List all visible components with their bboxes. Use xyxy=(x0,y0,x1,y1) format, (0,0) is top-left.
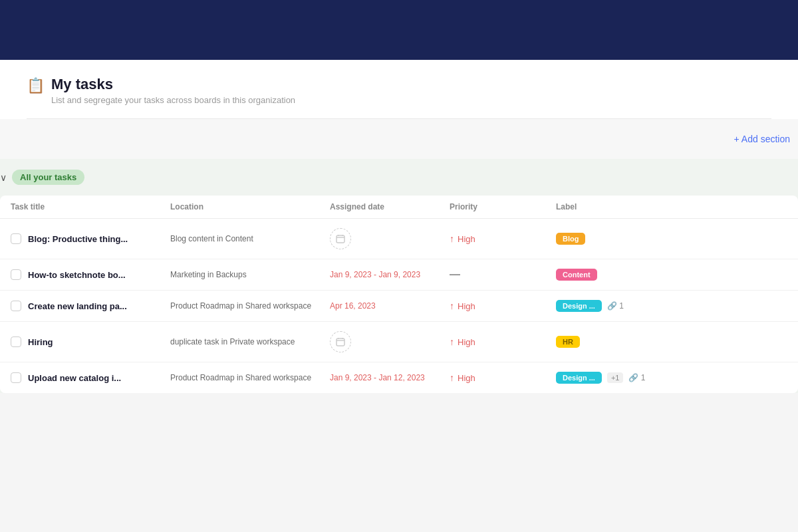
task-title-4[interactable]: Hiring xyxy=(28,337,53,347)
task-date-3: Apr 16, 2023 xyxy=(330,301,450,311)
task-label-cell-5: Design ... +1 🔗 1 xyxy=(556,372,689,384)
task-priority-1: ↑ High xyxy=(450,233,556,244)
task-label-cell-2: Content xyxy=(556,269,689,281)
task-priority-2: — xyxy=(450,269,556,281)
label-badge-5: Design ... xyxy=(556,372,602,384)
task-label-cell-3: Design ... 🔗 1 xyxy=(556,300,689,312)
table-row: Hiring duplicate task in Private workspa… xyxy=(0,322,798,362)
attachment-info-3: 🔗 1 xyxy=(607,301,624,311)
page-title: My tasks xyxy=(51,76,295,93)
svg-rect-4 xyxy=(336,338,344,346)
priority-up-icon: ↑ xyxy=(450,336,454,347)
task-label-cell-4: HR xyxy=(556,336,689,348)
label-badge-2: Content xyxy=(556,269,597,281)
task-priority-4: ↑ High xyxy=(450,336,556,347)
priority-label-4: High xyxy=(458,337,475,347)
task-title-3[interactable]: Create new landing pa... xyxy=(28,301,127,311)
task-date-2: Jan 9, 2023 - Jan 9, 2023 xyxy=(330,270,450,279)
task-location-4: duplicate task in Private workspace xyxy=(170,337,330,346)
section-title-badge: All your tasks xyxy=(12,170,84,185)
task-priority-5: ↑ High xyxy=(450,372,556,383)
add-section-button[interactable]: + Add section xyxy=(726,130,798,148)
priority-medium-icon: — xyxy=(450,269,460,281)
task-date-5: Jan 9, 2023 - Jan 12, 2023 xyxy=(330,373,450,382)
label-badge-4: HR xyxy=(556,336,580,348)
tasks-icon: 📋 xyxy=(27,77,45,94)
table-header-row: Task title Location Assigned date Priori… xyxy=(0,196,798,219)
table-row: How-to sketchnote bo... Marketing in Bac… xyxy=(0,259,798,291)
attachment-info-5: 🔗 1 xyxy=(628,373,645,382)
priority-label-3: High xyxy=(458,301,475,311)
task-checkbox-3[interactable] xyxy=(11,301,21,311)
priority-label-1: High xyxy=(458,234,475,244)
task-location-5: Product Roadmap in Shared workspace xyxy=(170,373,330,382)
task-checkbox-5[interactable] xyxy=(11,372,21,383)
svg-rect-0 xyxy=(336,235,344,243)
priority-label-5: High xyxy=(458,373,475,383)
task-location-1: Blog content in Content xyxy=(170,234,330,243)
section-collapse-icon[interactable]: ∨ xyxy=(0,172,7,183)
col-header-task-title: Task title xyxy=(11,202,170,211)
task-checkbox-1[interactable] xyxy=(11,233,21,244)
label-extra-count-5: +1 xyxy=(607,372,624,383)
label-badge-1: Blog xyxy=(556,233,585,245)
top-navigation-bar xyxy=(0,0,798,60)
priority-up-icon: ↑ xyxy=(450,233,454,244)
task-title-5[interactable]: Upload new catalog i... xyxy=(28,373,121,383)
col-header-label: Label xyxy=(556,202,689,211)
table-row: Blog: Productive thing... Blog content i… xyxy=(0,219,798,259)
toolbar: + Add section xyxy=(0,119,798,159)
task-location-2: Marketing in Backups xyxy=(170,270,330,279)
task-checkbox-2[interactable] xyxy=(11,269,21,280)
table-row: Create new landing pa... Product Roadmap… xyxy=(0,291,798,322)
task-title-1[interactable]: Blog: Productive thing... xyxy=(28,234,128,244)
task-date-placeholder-4 xyxy=(330,331,351,352)
task-label-cell-1: Blog xyxy=(556,233,689,245)
col-header-assigned-date: Assigned date xyxy=(330,202,450,211)
task-location-3: Product Roadmap in Shared workspace xyxy=(170,301,330,311)
priority-up-icon: ↑ xyxy=(450,372,454,383)
page-subtitle: List and segregate your tasks across boa… xyxy=(51,95,295,105)
tasks-section: ∨ All your tasks Task title Location Ass… xyxy=(0,159,798,393)
task-checkbox-4[interactable] xyxy=(11,336,21,347)
task-priority-3: ↑ High xyxy=(450,301,556,311)
page-header: 📋 My tasks List and segregate your tasks… xyxy=(27,76,771,119)
priority-up-icon: ↑ xyxy=(450,301,454,311)
col-header-location: Location xyxy=(170,202,330,211)
label-badge-3: Design ... xyxy=(556,300,602,312)
table-row: Upload new catalog i... Product Roadmap … xyxy=(0,362,798,393)
task-title-2[interactable]: How-to sketchnote bo... xyxy=(28,270,126,280)
task-date-placeholder-1 xyxy=(330,228,351,249)
section-header: ∨ All your tasks xyxy=(0,170,798,185)
tasks-table: Task title Location Assigned date Priori… xyxy=(0,196,798,393)
col-header-priority: Priority xyxy=(450,202,556,211)
